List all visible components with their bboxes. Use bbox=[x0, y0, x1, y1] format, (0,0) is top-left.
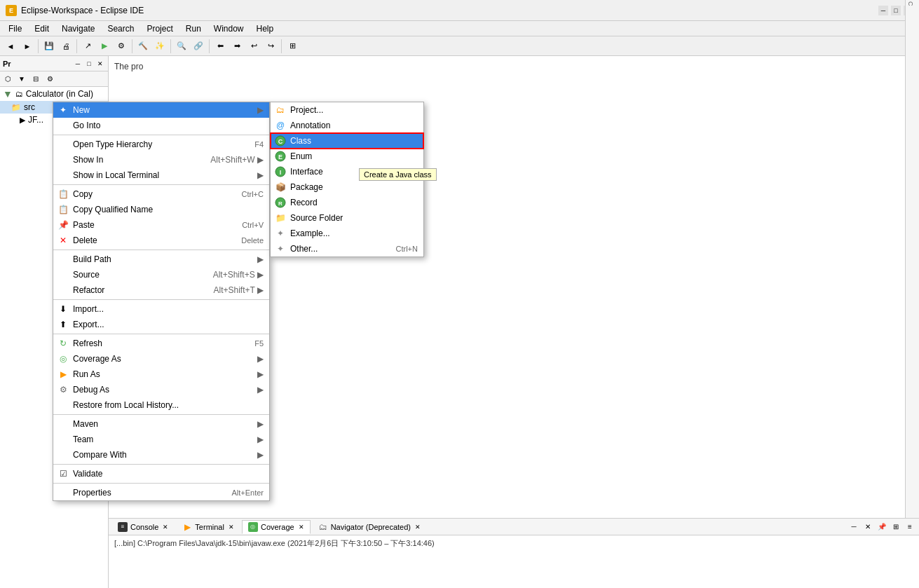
tree-item-calculator[interactable]: ▼ 🗂 Calculator (in Cal) bbox=[0, 87, 108, 101]
menu-edit[interactable]: Edit bbox=[29, 22, 55, 35]
ctx-sep-8 bbox=[53, 483, 269, 484]
panel-toolbar-btn1[interactable]: ⬡ bbox=[1, 73, 14, 86]
maven-arrow: ▶ bbox=[257, 419, 264, 429]
sub-package[interactable]: 📦 Package bbox=[271, 179, 423, 195]
ctx-show-local-terminal[interactable]: Show in Local Terminal ▶ bbox=[53, 167, 269, 183]
ctx-maven-label: Maven bbox=[73, 419, 98, 429]
context-menu: ✦ New ▶ Go Into Open Type Hierarchy F4 S… bbox=[53, 102, 270, 501]
ctx-refresh-label: Refresh bbox=[73, 339, 102, 348]
ctx-restore[interactable]: Restore from Local History... bbox=[53, 397, 269, 413]
copy-qualified-icon: 📋 bbox=[57, 204, 69, 215]
bottom-settings-btn[interactable]: ≡ bbox=[904, 521, 916, 533]
ctx-restore-label: Restore from Local History... bbox=[73, 400, 179, 410]
toolbar-print[interactable]: 🖨 bbox=[58, 39, 74, 54]
ctx-open-type-hierarchy[interactable]: Open Type Hierarchy F4 bbox=[53, 137, 269, 152]
ctx-copy-qualified[interactable]: 📋 Copy Qualified Name bbox=[53, 202, 269, 217]
ctx-team[interactable]: Team ▶ bbox=[53, 432, 269, 447]
sub-record[interactable]: R Record bbox=[271, 195, 423, 210]
ctx-show-in[interactable]: Show In Alt+Shift+W ▶ bbox=[53, 152, 269, 167]
toolbar-sync[interactable]: ↩ bbox=[246, 39, 261, 54]
menu-project[interactable]: Project bbox=[141, 22, 178, 35]
maximize-button[interactable]: □ bbox=[891, 6, 901, 15]
menu-help[interactable]: Help bbox=[251, 22, 280, 35]
panel-toolbar-btn2[interactable]: ▼ bbox=[15, 73, 28, 86]
tab-coverage[interactable]: ◎ Coverage ✕ bbox=[242, 520, 311, 534]
toolbar-build[interactable]: 🔨 bbox=[135, 39, 151, 54]
menu-window[interactable]: Window bbox=[208, 22, 250, 35]
ctx-paste[interactable]: 📌 Paste Ctrl+V bbox=[53, 217, 269, 233]
toolbar-search[interactable]: 🔍 bbox=[174, 39, 189, 54]
sub-source-folder[interactable]: 📁 Source Folder bbox=[271, 210, 423, 226]
minimize-button[interactable]: ─ bbox=[878, 6, 888, 15]
sub-record-label: Record bbox=[290, 198, 318, 207]
menu-search[interactable]: Search bbox=[102, 22, 139, 35]
panel-toolbar-btn4[interactable]: ⚙ bbox=[43, 73, 56, 86]
ctx-run-as[interactable]: ▶ Run As ▶ bbox=[53, 367, 269, 382]
ctx-build-path[interactable]: Build Path ▶ bbox=[53, 252, 269, 267]
panel-toolbar-btn3[interactable]: ⊟ bbox=[29, 73, 42, 86]
menu-navigate[interactable]: Navigate bbox=[56, 22, 100, 35]
sub-annotation[interactable]: @ Annotation bbox=[271, 118, 423, 133]
toolbar-back[interactable]: ◄ bbox=[3, 39, 18, 54]
ctx-import[interactable]: ⬇ Import... bbox=[53, 301, 269, 317]
toolbar-run2[interactable]: ⚙ bbox=[114, 39, 129, 54]
sub-class[interactable]: C Class bbox=[271, 133, 423, 149]
panel-close[interactable]: ✕ bbox=[95, 59, 105, 69]
ctx-maven[interactable]: Maven ▶ bbox=[53, 416, 269, 432]
panel-minimize[interactable]: ─ bbox=[73, 59, 83, 69]
toolbar-run[interactable]: ▶ bbox=[97, 39, 112, 54]
ctx-compare-with[interactable]: Compare With ▶ bbox=[53, 447, 269, 463]
cw-arrow: ▶ bbox=[257, 450, 264, 460]
toolbar-next[interactable]: ➡ bbox=[229, 39, 245, 54]
bottom-pin-btn[interactable]: 📌 bbox=[876, 521, 888, 533]
bottom-menu-btn[interactable]: ⊞ bbox=[890, 521, 902, 533]
toolbar-save[interactable]: 💾 bbox=[41, 39, 57, 54]
tab-terminal[interactable]: ▶ Terminal ✕ bbox=[176, 520, 240, 534]
toolbar-new[interactable]: ✨ bbox=[152, 39, 168, 54]
ctx-coverage-as[interactable]: ◎ Coverage As ▶ bbox=[53, 351, 269, 367]
debug-as-arrow: ▶ bbox=[257, 385, 264, 395]
bottom-minimize-btn[interactable]: ─ bbox=[847, 521, 860, 533]
toolbar-cursor[interactable]: ↗ bbox=[80, 39, 95, 54]
ctx-refactor[interactable]: Refactor Alt+Shift+T ▶ bbox=[53, 282, 269, 298]
ctx-cqn-label: Copy Qualified Name bbox=[73, 205, 153, 214]
coverage-arrow: ▶ bbox=[257, 354, 264, 364]
menu-file[interactable]: File bbox=[3, 22, 27, 35]
tab-navigator[interactable]: 🗂 Navigator (Deprecated) ✕ bbox=[312, 520, 427, 534]
ctx-validate[interactable]: ☑ Validate bbox=[53, 466, 269, 481]
tab-terminal-close[interactable]: ✕ bbox=[229, 524, 234, 531]
ctx-go-into[interactable]: Go Into bbox=[53, 118, 269, 133]
ctx-delete[interactable]: ✕ Delete Delete bbox=[53, 233, 269, 248]
tab-coverage-close[interactable]: ✕ bbox=[299, 524, 304, 531]
sub-project-label: Project... bbox=[290, 105, 323, 115]
sub-example[interactable]: ✦ Example... bbox=[271, 226, 423, 241]
tab-console-close[interactable]: ✕ bbox=[163, 524, 168, 531]
sub-source-folder-label: Source Folder bbox=[290, 213, 343, 223]
toolbar-perspective[interactable]: ⊞ bbox=[285, 39, 300, 54]
tab-navigator-close[interactable]: ✕ bbox=[415, 524, 421, 531]
ctx-copy[interactable]: 📋 Copy Ctrl+C bbox=[53, 186, 269, 202]
ctx-source[interactable]: Source Alt+Shift+S ▶ bbox=[53, 267, 269, 282]
bottom-close-btn[interactable]: ✕ bbox=[862, 521, 874, 533]
ctx-refresh[interactable]: ↻ Refresh F5 bbox=[53, 336, 269, 351]
sub-enum[interactable]: E Enum bbox=[271, 149, 423, 164]
toolbar-forward[interactable]: ► bbox=[20, 39, 35, 54]
toolbar-ext[interactable]: ↪ bbox=[263, 39, 278, 54]
sub-package-label: Package bbox=[290, 182, 323, 192]
menu-run[interactable]: Run bbox=[180, 22, 207, 35]
tab-console[interactable]: ≡ Console ✕ bbox=[111, 520, 175, 534]
sub-project[interactable]: 🗂 Project... bbox=[271, 102, 423, 118]
sub-enum-label: Enum bbox=[290, 151, 312, 161]
copy-icon: 📋 bbox=[57, 189, 69, 200]
ctx-team-label: Team bbox=[73, 435, 93, 444]
ctx-export[interactable]: ⬆ Export... bbox=[53, 317, 269, 332]
ctx-debug-as[interactable]: ⚙ Debug As ▶ bbox=[53, 382, 269, 397]
toolbar-refs[interactable]: 🔗 bbox=[191, 39, 206, 54]
panel-maximize[interactable]: □ bbox=[84, 59, 94, 69]
sub-other-label: Other... bbox=[290, 244, 318, 254]
ctx-properties[interactable]: Properties Alt+Enter bbox=[53, 485, 269, 500]
sub-other[interactable]: ✦ Other... Ctrl+N bbox=[271, 241, 423, 257]
toolbar-prev[interactable]: ⬅ bbox=[212, 39, 228, 54]
ctx-new[interactable]: ✦ New ▶ bbox=[53, 102, 269, 118]
ctx-sep-2 bbox=[53, 184, 269, 185]
